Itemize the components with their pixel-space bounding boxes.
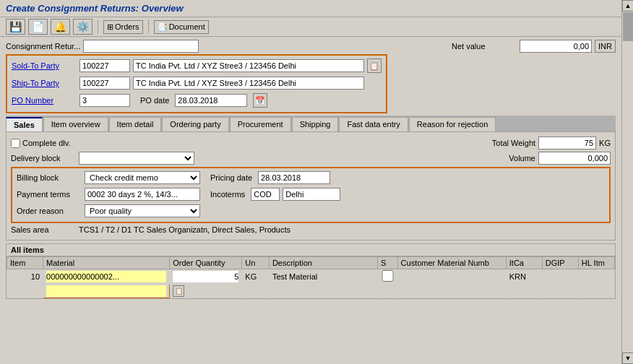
orders-menu-label: Orders (115, 22, 139, 31)
tab-item-detail[interactable]: Item detail (109, 117, 162, 131)
alert-button[interactable]: 🔔 (51, 19, 70, 35)
tabs-container: Sales Item overview Item detail Ordering… (6, 116, 616, 131)
col-customer-material: Customer Material Numb (397, 257, 506, 269)
billing-block-label: Billing block (17, 173, 82, 182)
col-un: Un (242, 257, 270, 269)
table-row-empty: 📋 (7, 285, 615, 298)
tab-fast-data-entry[interactable]: Fast data entry (339, 117, 408, 131)
material-input[interactable] (46, 271, 166, 282)
items-section: All items Item Material Order Quantity U… (6, 243, 616, 299)
calendar-button[interactable]: 📅 (253, 93, 267, 108)
complete-dlv-checkbox[interactable] (11, 139, 20, 148)
scroll-thumb[interactable] (623, 12, 633, 41)
cell-s[interactable] (378, 269, 398, 285)
incoterms-location-input[interactable] (283, 188, 340, 201)
col-item: Item (7, 257, 43, 269)
config-button[interactable]: ⚙️ (73, 19, 92, 35)
s-checkbox[interactable] (381, 270, 395, 282)
table-row: 10 KG Test Material (7, 269, 615, 285)
sales-area-label: Sales area (11, 225, 76, 234)
pricing-date-input[interactable] (258, 171, 330, 184)
payment-terms-label: Payment terms (17, 190, 82, 199)
sold-to-address-input[interactable] (133, 59, 364, 72)
complete-dlv-checkbox-label[interactable]: Complete dlv. (11, 139, 70, 148)
document-menu-button[interactable]: 📑 Document (154, 20, 209, 34)
consignment-label: Consignment Retur... (6, 42, 80, 51)
volume-label: Volume (509, 154, 535, 162)
col-hl-itm: HL Itm (578, 257, 614, 269)
cell-hl-itm (578, 269, 614, 285)
cell-description: Test Material (269, 269, 377, 285)
net-value-input[interactable] (520, 40, 592, 53)
volume-input[interactable] (538, 152, 611, 165)
cell-dgip (542, 269, 578, 285)
items-header: All items (7, 244, 615, 256)
cell-customer-material (397, 269, 506, 285)
sales-area-value: TCS1 / T2 / D1 TC Sales Organizatn, Dire… (79, 225, 290, 234)
tab-sales[interactable]: Sales (6, 117, 43, 131)
po-number-input[interactable] (79, 94, 130, 107)
consignment-input[interactable] (83, 40, 199, 53)
cell-item-empty (7, 285, 43, 298)
party-fields-group: Sold-To Party 📋 Ship-To Party PO Number … (6, 54, 387, 113)
incoterms-code-input[interactable] (251, 188, 280, 201)
cell-un: KG (242, 269, 270, 285)
col-dgip: DGIP (542, 257, 578, 269)
scroll-up-button[interactable]: ▲ (622, 0, 633, 12)
cell-item: 10 (7, 269, 43, 285)
pricing-date-label: Pricing date (210, 173, 252, 182)
col-description: Description (269, 257, 377, 269)
tab-shipping[interactable]: Shipping (292, 117, 339, 131)
sold-to-id-input[interactable] (79, 59, 130, 72)
sold-to-label[interactable]: Sold-To Party (12, 61, 77, 70)
cell-qty-empty: 📋 (170, 285, 242, 298)
order-reason-label: Order reason (17, 207, 82, 215)
cell-order-qty[interactable] (170, 269, 242, 285)
ship-to-address-input[interactable] (133, 77, 364, 90)
tab-procurement[interactable]: Procurement (230, 117, 291, 131)
col-order-qty: Order Quantity (170, 257, 242, 269)
document-menu-label: Document (169, 22, 205, 31)
delivery-block-label: Delivery block (11, 154, 76, 162)
col-material: Material (43, 257, 170, 269)
separator-1 (98, 20, 98, 34)
material-new-input[interactable] (46, 285, 166, 297)
net-value-label: Net value (452, 42, 517, 51)
copy-button[interactable]: 📄 (28, 19, 48, 35)
order-qty-input[interactable] (173, 271, 238, 282)
sold-to-select-button[interactable]: 📋 (367, 58, 382, 73)
incoterms-label: Incoterms (210, 190, 245, 199)
billing-group: Billing block Check credit memo Pricing … (11, 167, 611, 223)
po-number-label[interactable]: PO Number (12, 96, 77, 105)
orders-menu-button[interactable]: ⊞ Orders (103, 20, 143, 34)
tab-reason-for-rejection[interactable]: Reason for rejection (409, 117, 496, 131)
ship-to-label[interactable]: Ship-To Party (12, 79, 77, 87)
col-s: S (378, 257, 398, 269)
ship-to-id-input[interactable] (79, 77, 130, 90)
total-weight-unit: KG (599, 139, 611, 147)
order-reason-select[interactable]: Poor quality (85, 204, 200, 217)
items-table: Item Material Order Quantity Un Descript… (7, 256, 615, 298)
payment-terms-input[interactable] (85, 188, 200, 201)
sales-tab-content: Complete dlv. Total Weight KG Delivery b… (6, 131, 616, 240)
currency-badge: INR (595, 40, 616, 53)
total-weight-input[interactable] (538, 136, 596, 150)
save-button[interactable]: 💾 (6, 19, 25, 35)
scroll-down-button[interactable]: ▼ (622, 352, 633, 364)
item-add-button[interactable]: 📋 (173, 285, 184, 297)
billing-block-select[interactable]: Check credit memo (85, 171, 200, 184)
po-date-input[interactable] (175, 94, 247, 107)
tab-ordering-party[interactable]: Ordering party (162, 117, 228, 131)
page-title: Create Consignment Returns: Overview (6, 3, 184, 14)
cell-itca: KRN (506, 269, 542, 285)
po-date-label: PO date (140, 96, 169, 105)
total-weight-label: Total Weight (492, 139, 535, 147)
col-itca: ItCa (506, 257, 542, 269)
tab-item-overview[interactable]: Item overview (43, 117, 108, 131)
scrollbar[interactable]: ▲ ▼ (621, 0, 633, 364)
delivery-block-select[interactable] (79, 152, 194, 165)
toolbar: 💾 📄 🔔 ⚙️ ⊞ Orders 📑 Document (0, 17, 621, 37)
cell-material-new[interactable] (43, 285, 170, 298)
separator-2 (148, 20, 149, 34)
cell-material[interactable] (43, 269, 170, 285)
